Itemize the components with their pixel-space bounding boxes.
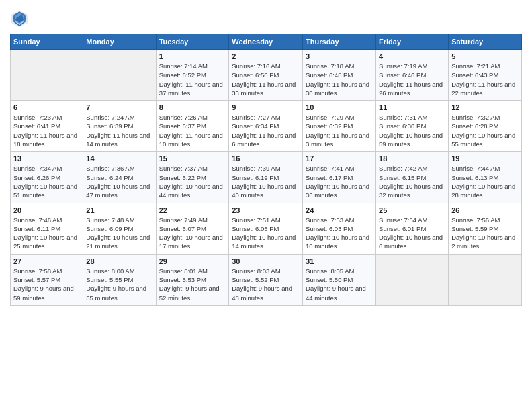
day-info: Sunrise: 7:51 AMSunset: 6:05 PMDaylight:… <box>232 216 300 251</box>
day-info: Sunrise: 7:26 AMSunset: 6:37 PMDaylight:… <box>159 113 226 148</box>
cell-1-2 <box>83 50 156 101</box>
day-header-thursday: Thursday <box>303 34 376 50</box>
cell-5-6 <box>376 254 449 305</box>
day-header-wednesday: Wednesday <box>229 34 303 50</box>
cell-3-1: 13Sunrise: 7:34 AMSunset: 6:26 PMDayligh… <box>11 152 83 203</box>
day-number: 3 <box>306 52 373 60</box>
day-info: Sunrise: 7:29 AMSunset: 6:32 PMDaylight:… <box>306 113 373 148</box>
cell-3-5: 17Sunrise: 7:41 AMSunset: 6:17 PMDayligh… <box>303 152 376 203</box>
day-number: 29 <box>159 257 226 265</box>
day-number: 5 <box>451 52 519 60</box>
calendar-body: 1Sunrise: 7:14 AMSunset: 6:52 PMDaylight… <box>11 50 522 306</box>
cell-4-1: 20Sunrise: 7:46 AMSunset: 6:11 PMDayligh… <box>11 203 83 254</box>
cell-2-3: 8Sunrise: 7:26 AMSunset: 6:37 PMDaylight… <box>156 101 229 152</box>
day-info: Sunrise: 7:58 AMSunset: 5:57 PMDaylight:… <box>13 267 80 302</box>
day-number: 16 <box>232 154 300 163</box>
day-info: Sunrise: 7:39 AMSunset: 6:19 PMDaylight:… <box>232 164 300 199</box>
day-number: 31 <box>306 257 373 265</box>
logo <box>10 9 30 28</box>
day-number: 20 <box>13 206 80 214</box>
cell-5-4: 30Sunrise: 8:03 AMSunset: 5:52 PMDayligh… <box>229 254 303 305</box>
cell-3-2: 14Sunrise: 7:36 AMSunset: 6:24 PMDayligh… <box>83 152 156 203</box>
cell-1-4: 2Sunrise: 7:16 AMSunset: 6:50 PMDaylight… <box>229 50 303 101</box>
cell-1-1 <box>11 50 83 101</box>
day-number: 14 <box>86 154 152 163</box>
day-number: 28 <box>86 257 152 265</box>
day-info: Sunrise: 8:00 AMSunset: 5:55 PMDaylight:… <box>86 267 152 302</box>
page: SundayMondayTuesdayWednesdayThursdayFrid… <box>0 0 532 411</box>
day-number: 9 <box>232 103 300 111</box>
day-info: Sunrise: 7:34 AMSunset: 6:26 PMDaylight:… <box>13 164 80 199</box>
day-number: 27 <box>13 257 80 265</box>
day-number: 26 <box>451 206 519 214</box>
day-info: Sunrise: 7:31 AMSunset: 6:30 PMDaylight:… <box>379 113 445 148</box>
day-number: 19 <box>451 154 519 163</box>
cell-4-7: 26Sunrise: 7:56 AMSunset: 5:59 PMDayligh… <box>449 203 522 254</box>
day-number: 2 <box>232 52 300 60</box>
week-row-4: 20Sunrise: 7:46 AMSunset: 6:11 PMDayligh… <box>11 203 522 254</box>
day-number: 22 <box>159 206 226 214</box>
cell-2-4: 9Sunrise: 7:27 AMSunset: 6:34 PMDaylight… <box>229 101 303 152</box>
day-info: Sunrise: 7:41 AMSunset: 6:17 PMDaylight:… <box>306 164 373 199</box>
day-header-sunday: Sunday <box>11 34 83 50</box>
day-info: Sunrise: 7:54 AMSunset: 6:01 PMDaylight:… <box>379 216 445 251</box>
cell-4-2: 21Sunrise: 7:48 AMSunset: 6:09 PMDayligh… <box>83 203 156 254</box>
cell-5-3: 29Sunrise: 8:01 AMSunset: 5:53 PMDayligh… <box>156 254 229 305</box>
cell-2-2: 7Sunrise: 7:24 AMSunset: 6:39 PMDaylight… <box>83 101 156 152</box>
day-number: 24 <box>306 206 373 214</box>
day-number: 12 <box>451 103 519 111</box>
day-info: Sunrise: 7:48 AMSunset: 6:09 PMDaylight:… <box>86 216 152 251</box>
day-number: 18 <box>379 154 445 163</box>
day-info: Sunrise: 7:14 AMSunset: 6:52 PMDaylight:… <box>159 62 226 97</box>
calendar-table: SundayMondayTuesdayWednesdayThursdayFrid… <box>10 34 522 306</box>
cell-4-5: 24Sunrise: 7:53 AMSunset: 6:03 PMDayligh… <box>303 203 376 254</box>
cell-3-4: 16Sunrise: 7:39 AMSunset: 6:19 PMDayligh… <box>229 152 303 203</box>
day-header-friday: Friday <box>376 34 449 50</box>
cell-2-7: 12Sunrise: 7:32 AMSunset: 6:28 PMDayligh… <box>449 101 522 152</box>
day-info: Sunrise: 7:37 AMSunset: 6:22 PMDaylight:… <box>159 164 226 199</box>
week-row-3: 13Sunrise: 7:34 AMSunset: 6:26 PMDayligh… <box>11 152 522 203</box>
week-row-2: 6Sunrise: 7:23 AMSunset: 6:41 PMDaylight… <box>11 101 522 152</box>
header <box>10 7 522 28</box>
day-info: Sunrise: 7:32 AMSunset: 6:28 PMDaylight:… <box>451 113 519 148</box>
cell-4-4: 23Sunrise: 7:51 AMSunset: 6:05 PMDayligh… <box>229 203 303 254</box>
day-number: 10 <box>306 103 373 111</box>
day-info: Sunrise: 7:36 AMSunset: 6:24 PMDaylight:… <box>86 164 152 199</box>
cell-2-1: 6Sunrise: 7:23 AMSunset: 6:41 PMDaylight… <box>11 101 83 152</box>
cell-5-2: 28Sunrise: 8:00 AMSunset: 5:55 PMDayligh… <box>83 254 156 305</box>
day-info: Sunrise: 7:27 AMSunset: 6:34 PMDaylight:… <box>232 113 300 148</box>
day-info: Sunrise: 7:49 AMSunset: 6:07 PMDaylight:… <box>159 216 226 251</box>
cell-5-1: 27Sunrise: 7:58 AMSunset: 5:57 PMDayligh… <box>11 254 83 305</box>
day-number: 15 <box>159 154 226 163</box>
day-info: Sunrise: 8:03 AMSunset: 5:52 PMDaylight:… <box>232 267 300 302</box>
day-info: Sunrise: 7:56 AMSunset: 5:59 PMDaylight:… <box>451 216 519 251</box>
day-info: Sunrise: 7:21 AMSunset: 6:43 PMDaylight:… <box>451 62 519 97</box>
day-number: 23 <box>232 206 300 214</box>
week-row-1: 1Sunrise: 7:14 AMSunset: 6:52 PMDaylight… <box>11 50 522 101</box>
day-number: 25 <box>379 206 445 214</box>
day-info: Sunrise: 7:42 AMSunset: 6:15 PMDaylight:… <box>379 164 445 199</box>
calendar-header-row: SundayMondayTuesdayWednesdayThursdayFrid… <box>11 34 522 50</box>
logo-icon <box>10 9 29 28</box>
day-info: Sunrise: 7:18 AMSunset: 6:48 PMDaylight:… <box>306 62 373 97</box>
day-header-monday: Monday <box>83 34 156 50</box>
day-info: Sunrise: 8:05 AMSunset: 5:50 PMDaylight:… <box>306 267 373 302</box>
day-info: Sunrise: 7:53 AMSunset: 6:03 PMDaylight:… <box>306 216 373 251</box>
day-number: 8 <box>159 103 226 111</box>
day-number: 17 <box>306 154 373 163</box>
day-number: 30 <box>232 257 300 265</box>
cell-3-7: 19Sunrise: 7:44 AMSunset: 6:13 PMDayligh… <box>449 152 522 203</box>
day-info: Sunrise: 7:19 AMSunset: 6:46 PMDaylight:… <box>379 62 445 97</box>
day-number: 4 <box>379 52 445 60</box>
cell-1-7: 5Sunrise: 7:21 AMSunset: 6:43 PMDaylight… <box>449 50 522 101</box>
cell-5-7 <box>449 254 522 305</box>
day-number: 13 <box>13 154 80 163</box>
cell-1-3: 1Sunrise: 7:14 AMSunset: 6:52 PMDaylight… <box>156 50 229 101</box>
day-number: 1 <box>159 52 226 60</box>
day-number: 6 <box>13 103 80 111</box>
day-info: Sunrise: 7:23 AMSunset: 6:41 PMDaylight:… <box>13 113 80 148</box>
cell-3-6: 18Sunrise: 7:42 AMSunset: 6:15 PMDayligh… <box>376 152 449 203</box>
cell-5-5: 31Sunrise: 8:05 AMSunset: 5:50 PMDayligh… <box>303 254 376 305</box>
cell-4-6: 25Sunrise: 7:54 AMSunset: 6:01 PMDayligh… <box>376 203 449 254</box>
day-header-tuesday: Tuesday <box>156 34 229 50</box>
